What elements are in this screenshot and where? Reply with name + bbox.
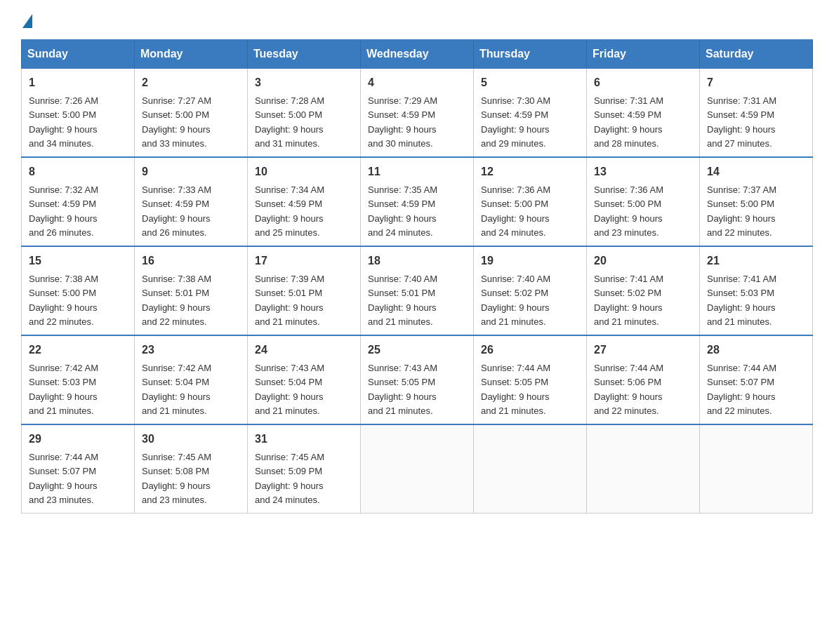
calendar-cell: 25 Sunrise: 7:43 AM Sunset: 5:05 PM Dayl… [361,335,474,424]
day-number: 4 [368,74,466,91]
calendar-cell: 10 Sunrise: 7:34 AM Sunset: 4:59 PM Dayl… [248,157,361,246]
day-header-friday: Friday [587,40,700,68]
calendar-cell: 4 Sunrise: 7:29 AM Sunset: 4:59 PM Dayli… [361,68,474,157]
day-number: 9 [142,163,240,180]
calendar-cell: 2 Sunrise: 7:27 AM Sunset: 5:00 PM Dayli… [135,68,248,157]
calendar-cell: 20 Sunrise: 7:41 AM Sunset: 5:02 PM Dayl… [587,246,700,335]
day-number: 26 [481,342,579,358]
day-info: Sunrise: 7:30 AM Sunset: 4:59 PM Dayligh… [481,95,550,149]
day-number: 12 [481,163,579,180]
day-number: 10 [255,163,353,180]
day-header-monday: Monday [135,40,248,68]
calendar-header-row: SundayMondayTuesdayWednesdayThursdayFrid… [22,40,813,68]
day-info: Sunrise: 7:44 AM Sunset: 5:07 PM Dayligh… [707,363,776,416]
day-number: 16 [142,253,240,269]
day-number: 11 [368,163,466,180]
day-info: Sunrise: 7:33 AM Sunset: 4:59 PM Dayligh… [142,185,211,238]
day-number: 3 [255,74,353,91]
day-info: Sunrise: 7:43 AM Sunset: 5:04 PM Dayligh… [255,363,324,416]
day-header-saturday: Saturday [700,40,813,68]
day-header-thursday: Thursday [474,40,587,68]
day-header-sunday: Sunday [22,40,135,68]
calendar-cell: 9 Sunrise: 7:33 AM Sunset: 4:59 PM Dayli… [135,157,248,246]
day-info: Sunrise: 7:32 AM Sunset: 4:59 PM Dayligh… [29,185,98,238]
day-info: Sunrise: 7:34 AM Sunset: 4:59 PM Dayligh… [255,185,324,238]
day-info: Sunrise: 7:26 AM Sunset: 5:00 PM Dayligh… [29,95,98,149]
calendar-cell: 30 Sunrise: 7:45 AM Sunset: 5:08 PM Dayl… [135,424,248,514]
calendar-cell: 13 Sunrise: 7:36 AM Sunset: 5:00 PM Dayl… [587,157,700,246]
calendar-cell: 7 Sunrise: 7:31 AM Sunset: 4:59 PM Dayli… [700,68,813,157]
calendar-cell: 23 Sunrise: 7:42 AM Sunset: 5:04 PM Dayl… [135,335,248,424]
calendar-cell: 11 Sunrise: 7:35 AM Sunset: 4:59 PM Dayl… [361,157,474,246]
day-number: 18 [368,253,466,269]
day-number: 15 [29,253,127,269]
calendar-cell [361,424,474,514]
calendar-cell: 24 Sunrise: 7:43 AM Sunset: 5:04 PM Dayl… [248,335,361,424]
day-info: Sunrise: 7:36 AM Sunset: 5:00 PM Dayligh… [481,185,550,238]
calendar-cell: 1 Sunrise: 7:26 AM Sunset: 5:00 PM Dayli… [22,68,135,157]
calendar-cell [587,424,700,514]
day-info: Sunrise: 7:39 AM Sunset: 5:01 PM Dayligh… [255,274,324,327]
day-info: Sunrise: 7:40 AM Sunset: 5:01 PM Dayligh… [368,274,437,327]
day-number: 17 [255,253,353,269]
calendar-cell: 6 Sunrise: 7:31 AM Sunset: 4:59 PM Dayli… [587,68,700,157]
day-number: 8 [29,163,127,180]
day-number: 14 [707,163,805,180]
day-info: Sunrise: 7:31 AM Sunset: 4:59 PM Dayligh… [707,95,776,149]
day-info: Sunrise: 7:44 AM Sunset: 5:06 PM Dayligh… [594,363,663,416]
calendar-cell [474,424,587,514]
calendar-cell: 8 Sunrise: 7:32 AM Sunset: 4:59 PM Dayli… [22,157,135,246]
day-number: 28 [707,342,805,358]
day-number: 6 [594,74,692,91]
calendar-cell: 28 Sunrise: 7:44 AM Sunset: 5:07 PM Dayl… [700,335,813,424]
calendar-week-row: 8 Sunrise: 7:32 AM Sunset: 4:59 PM Dayli… [22,157,813,246]
day-info: Sunrise: 7:29 AM Sunset: 4:59 PM Dayligh… [368,95,437,149]
day-header-tuesday: Tuesday [248,40,361,68]
day-number: 20 [594,253,692,269]
day-number: 31 [255,431,353,448]
calendar-cell: 29 Sunrise: 7:44 AM Sunset: 5:07 PM Dayl… [22,424,135,514]
day-info: Sunrise: 7:37 AM Sunset: 5:00 PM Dayligh… [707,185,776,238]
day-info: Sunrise: 7:40 AM Sunset: 5:02 PM Dayligh… [481,274,550,327]
day-info: Sunrise: 7:38 AM Sunset: 5:00 PM Dayligh… [29,274,98,327]
day-info: Sunrise: 7:41 AM Sunset: 5:02 PM Dayligh… [594,274,663,327]
day-number: 19 [481,253,579,269]
day-info: Sunrise: 7:45 AM Sunset: 5:08 PM Dayligh… [142,452,211,505]
calendar-week-row: 1 Sunrise: 7:26 AM Sunset: 5:00 PM Dayli… [22,68,813,157]
day-info: Sunrise: 7:38 AM Sunset: 5:01 PM Dayligh… [142,274,211,327]
calendar-cell: 19 Sunrise: 7:40 AM Sunset: 5:02 PM Dayl… [474,246,587,335]
logo-triangle-icon [22,14,32,28]
day-info: Sunrise: 7:42 AM Sunset: 5:03 PM Dayligh… [29,363,98,416]
day-header-wednesday: Wednesday [361,40,474,68]
day-number: 1 [29,74,127,91]
day-info: Sunrise: 7:27 AM Sunset: 5:00 PM Dayligh… [142,95,211,149]
day-number: 29 [29,431,127,448]
calendar-cell: 31 Sunrise: 7:45 AM Sunset: 5:09 PM Dayl… [248,424,361,514]
logo [21,14,34,25]
calendar-cell: 26 Sunrise: 7:44 AM Sunset: 5:05 PM Dayl… [474,335,587,424]
day-number: 27 [594,342,692,358]
calendar-cell: 16 Sunrise: 7:38 AM Sunset: 5:01 PM Dayl… [135,246,248,335]
calendar-cell [700,424,813,514]
calendar-cell: 12 Sunrise: 7:36 AM Sunset: 5:00 PM Dayl… [474,157,587,246]
calendar-cell: 22 Sunrise: 7:42 AM Sunset: 5:03 PM Dayl… [22,335,135,424]
calendar-cell: 21 Sunrise: 7:41 AM Sunset: 5:03 PM Dayl… [700,246,813,335]
calendar-cell: 3 Sunrise: 7:28 AM Sunset: 5:00 PM Dayli… [248,68,361,157]
calendar-cell: 17 Sunrise: 7:39 AM Sunset: 5:01 PM Dayl… [248,246,361,335]
calendar-table: SundayMondayTuesdayWednesdayThursdayFrid… [21,39,813,514]
day-info: Sunrise: 7:44 AM Sunset: 5:05 PM Dayligh… [481,363,550,416]
day-number: 5 [481,74,579,91]
day-number: 23 [142,342,240,358]
day-info: Sunrise: 7:36 AM Sunset: 5:00 PM Dayligh… [594,185,663,238]
page-header [21,14,813,25]
day-info: Sunrise: 7:41 AM Sunset: 5:03 PM Dayligh… [707,274,776,327]
day-number: 2 [142,74,240,91]
day-info: Sunrise: 7:35 AM Sunset: 4:59 PM Dayligh… [368,185,437,238]
calendar-cell: 5 Sunrise: 7:30 AM Sunset: 4:59 PM Dayli… [474,68,587,157]
day-number: 24 [255,342,353,358]
day-number: 25 [368,342,466,358]
day-info: Sunrise: 7:45 AM Sunset: 5:09 PM Dayligh… [255,452,324,505]
day-number: 7 [707,74,805,91]
calendar-cell: 27 Sunrise: 7:44 AM Sunset: 5:06 PM Dayl… [587,335,700,424]
day-number: 22 [29,342,127,358]
